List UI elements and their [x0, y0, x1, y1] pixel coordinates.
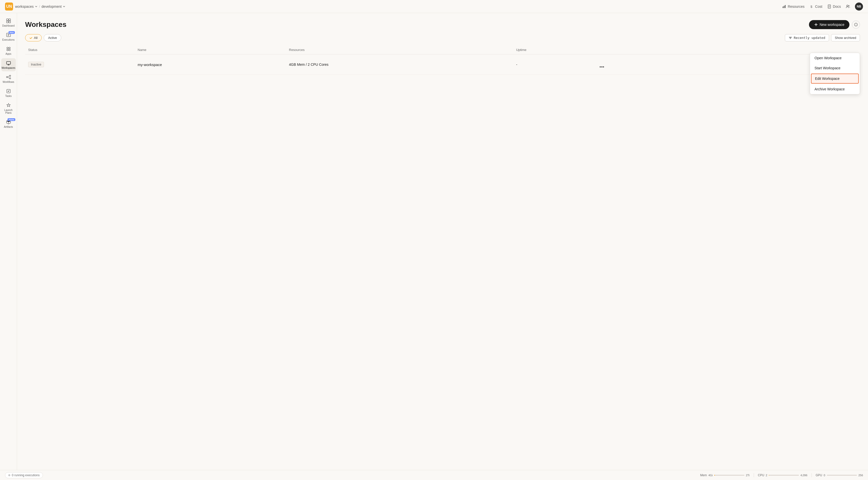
status-badge: Inactive	[28, 62, 44, 67]
context-archive-workspace[interactable]: Archive Workspace	[810, 84, 860, 94]
table-row: Inactive my-workspace 4GB Mem / 2 CPU Co…	[25, 55, 860, 75]
sidebar-item-apps[interactable]: Apps	[1, 44, 16, 57]
mem-bar-track	[714, 475, 744, 476]
workflows-icon	[6, 74, 11, 80]
sidebar-item-apps-label: Apps	[5, 53, 11, 55]
nav-docs[interactable]: Docs	[827, 4, 841, 8]
alpha-badge: Alpha	[7, 118, 15, 121]
context-edit-workspace[interactable]: Edit Workspace	[811, 73, 859, 84]
col-resources: Resources	[286, 45, 513, 55]
running-executions-badge[interactable]: 0 running executions	[5, 472, 43, 478]
gpu-min: 0	[824, 474, 825, 477]
table-header-row: Status Name Resources Uptime	[25, 45, 860, 55]
nav-resources[interactable]: Resources	[782, 4, 804, 8]
bar-chart-icon	[782, 4, 786, 8]
logo-text: UN	[6, 4, 12, 9]
nav-users[interactable]	[846, 4, 850, 8]
context-start-workspace[interactable]: Start Workspace	[810, 63, 860, 73]
breadcrumb-workspaces[interactable]: workspaces	[15, 4, 38, 8]
sidebar-item-workspaces[interactable]: Workspaces	[1, 58, 16, 71]
gpu-max: 256	[859, 474, 863, 477]
chevron-down-icon-2	[63, 5, 66, 8]
more-options-button[interactable]: •••	[598, 63, 606, 71]
page-header-right: New workspace i	[809, 20, 860, 29]
context-open-label: Open Workspace	[814, 56, 842, 60]
mem-label: Mem	[700, 474, 707, 477]
svg-rect-1	[784, 6, 785, 8]
resource-cpu: CPU 2 4,096	[758, 474, 807, 477]
nav-resources-label: Resources	[787, 4, 804, 8]
filter-all-button[interactable]: All	[25, 34, 42, 41]
svg-point-23	[9, 75, 10, 76]
resource-gpu: GPU 0 256	[816, 474, 863, 477]
mem-min: 4Gi	[709, 474, 713, 477]
avatar[interactable]: NB	[855, 2, 863, 10]
sidebar-item-artifacts-label: Artifacts	[4, 126, 13, 128]
context-open-workspace[interactable]: Open Workspace	[810, 53, 860, 63]
sidebar-item-workspaces-label: Workspaces	[1, 67, 15, 69]
sidebar-item-launchplans[interactable]: Launch Plans	[1, 100, 16, 116]
sort-label: Recently updated	[794, 36, 825, 40]
workspace-status-cell: Inactive	[25, 55, 135, 75]
workspace-uptime-cell: -	[513, 55, 595, 75]
workspace-name-cell: my-workspace	[135, 55, 286, 75]
logo[interactable]: UN	[5, 2, 13, 10]
sidebar-item-tasks-label: Tasks	[5, 95, 12, 97]
sidebar-item-dashboard[interactable]: Dashboard	[1, 16, 16, 29]
svg-rect-2	[785, 5, 786, 8]
page-title: Workspaces	[25, 21, 66, 29]
workspace-uptime: -	[516, 63, 517, 67]
gpu-bar-track	[827, 475, 857, 476]
doc-icon	[827, 4, 831, 8]
dollar-icon: $	[809, 4, 813, 8]
svg-rect-12	[6, 21, 8, 23]
svg-rect-0	[783, 6, 783, 8]
tasks-icon	[6, 88, 11, 94]
info-button[interactable]: i	[852, 21, 860, 29]
sidebar-item-artifacts[interactable]: Alpha Artifacts	[1, 117, 16, 130]
cpu-bar-track	[769, 475, 799, 476]
cpu-min: 2	[766, 474, 767, 477]
svg-rect-19	[6, 62, 10, 64]
mem-bar-fill	[714, 475, 715, 476]
svg-point-24	[9, 78, 10, 79]
archived-label: Show archived	[835, 36, 856, 40]
sidebar-item-workflows[interactable]: Workflows	[1, 72, 16, 85]
sidebar-item-executions[interactable]: New Executions	[1, 30, 16, 43]
filter-right: Recently updated Show archived	[785, 34, 860, 41]
bottom-bar: 0 running executions Mem 4Gi 2Ti CPU 2 4…	[0, 470, 868, 480]
filter-active-button[interactable]: Active	[44, 34, 61, 41]
topbar-right: Resources $ Cost Docs NB	[782, 2, 863, 10]
sidebar: Dashboard New Executions Apps Workspaces	[0, 13, 17, 470]
cpu-max: 4,096	[800, 474, 807, 477]
context-start-label: Start Workspace	[814, 66, 840, 70]
svg-point-22	[6, 76, 7, 78]
svg-point-16	[9, 47, 10, 49]
plus-icon	[814, 23, 818, 27]
svg-point-9	[848, 5, 849, 6]
info-icon: i	[854, 23, 858, 26]
avatar-initials: NB	[857, 5, 861, 8]
chevron-down-icon	[35, 5, 38, 8]
workspaces-icon	[6, 60, 11, 66]
running-dot	[8, 474, 10, 476]
more-options-dots: •••	[599, 65, 604, 70]
dashboard-icon	[6, 18, 11, 24]
sidebar-item-executions-label: Executions	[2, 38, 14, 41]
nav-cost[interactable]: $ Cost	[809, 4, 822, 8]
svg-point-15	[7, 47, 8, 49]
new-workspace-button[interactable]: New workspace	[809, 20, 849, 29]
sidebar-item-tasks[interactable]: Tasks	[1, 86, 16, 99]
show-archived-button[interactable]: Show archived	[831, 34, 860, 41]
workspace-table: Status Name Resources Uptime Inactive my…	[25, 45, 860, 75]
svg-rect-13	[9, 21, 10, 23]
page-header: Workspaces New workspace i	[25, 20, 860, 29]
new-workspace-label: New workspace	[819, 23, 844, 27]
filter-active-label: Active	[48, 36, 57, 40]
running-executions-label: 0 running executions	[12, 474, 40, 477]
context-menu: Open Workspace Start Workspace Edit Work…	[810, 53, 860, 94]
breadcrumb-project[interactable]: development	[41, 4, 66, 8]
svg-text:$: $	[810, 5, 812, 8]
users-icon	[846, 4, 850, 8]
sort-button[interactable]: Recently updated	[785, 34, 829, 41]
